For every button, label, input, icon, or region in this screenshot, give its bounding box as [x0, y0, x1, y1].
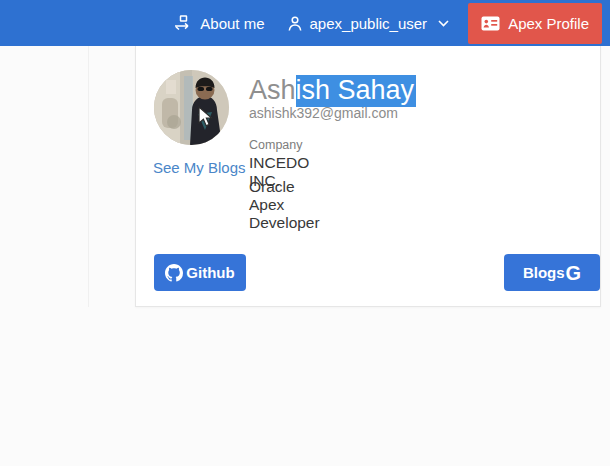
profile-name-selected-text: ish Sahay: [296, 75, 417, 107]
top-navbar: About me apex_public_user Apex Pro: [0, 0, 610, 46]
github-octocat-icon: [165, 264, 183, 282]
nav-about-me-label: About me: [200, 15, 264, 32]
person-icon: [287, 15, 303, 32]
github-button[interactable]: Github: [154, 254, 246, 291]
see-my-blogs-link[interactable]: See My Blogs: [153, 159, 246, 176]
avatar[interactable]: [154, 70, 229, 145]
apex-profile-label: Apex Profile: [508, 15, 589, 32]
nav-username-label: apex_public_user: [310, 15, 428, 32]
nav-user-menu[interactable]: apex_public_user: [287, 15, 450, 32]
nav-about-me[interactable]: About me: [174, 15, 264, 32]
transfer-arrows-icon: [174, 15, 193, 31]
id-card-icon: [481, 16, 500, 31]
google-g-icon: G: [566, 263, 582, 283]
apex-profile-button[interactable]: Apex Profile: [468, 3, 602, 44]
chevron-down-icon: [438, 20, 449, 27]
blogs-button-label: Blogs: [523, 264, 565, 281]
github-button-label: Github: [186, 264, 234, 281]
profile-card: See My Blogs Ashish Sahay ashishk392@gma…: [135, 46, 601, 307]
profile-email: ashishk392@gmail.com: [249, 105, 398, 121]
profile-name: Ashish Sahay: [249, 76, 416, 104]
role-value: Oracle Apex Developer: [249, 178, 320, 232]
profile-name-plain: Ash: [249, 75, 296, 105]
profile-photo: [154, 70, 229, 145]
blogs-button[interactable]: Blogs G: [504, 254, 600, 291]
region-divider: [88, 46, 89, 307]
company-label: Company: [249, 138, 303, 152]
